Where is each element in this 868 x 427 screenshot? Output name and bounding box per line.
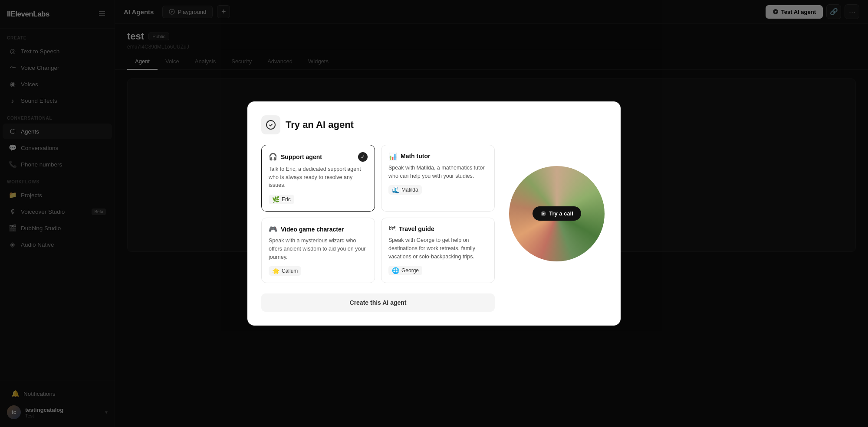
try-call-label: Try a call [549, 210, 573, 217]
card-math-tutor[interactable]: 📊 Math tutor Speak with Matilda, a mathe… [381, 145, 495, 212]
card-travel-emoji: 🌐 [392, 267, 399, 274]
modal-right-visual: Try a call [507, 115, 607, 312]
card-support-agent-name: 🌿 Eric [269, 195, 294, 204]
card-travel-desc: Speak with George to get help on destina… [388, 236, 487, 261]
card-support-emoji: 🌿 [272, 196, 279, 203]
card-support-title: Support agent [281, 153, 322, 160]
card-travel-title: Travel guide [399, 225, 434, 232]
agent-cards-grid: 🎧 Support agent ✓ Talk to Eric, a dedica… [261, 145, 495, 284]
card-video-game-desc: Speak with a mysterious wizard who offer… [269, 237, 368, 261]
card-math-icon: 📊 [388, 152, 397, 160]
card-math-desc: Speak with Matilda, a mathematics tutor … [388, 164, 487, 180]
card-video-game-agent-name: 🌟 Callum [269, 266, 301, 276]
card-video-game-title: Video game character [281, 226, 344, 233]
svg-point-7 [266, 121, 275, 129]
modal-title: Try an AI agent [286, 119, 354, 130]
create-ai-agent-button[interactable]: Create this AI agent [261, 293, 495, 312]
card-math-title: Math tutor [401, 153, 430, 160]
modal-icon [261, 115, 280, 134]
try-ai-agent-modal: Try an AI agent 🎧 Support agent ✓ Talk t… [247, 101, 621, 326]
card-travel-guide[interactable]: 🗺 Travel guide Speak with George to get … [381, 218, 495, 283]
modal-overlay[interactable]: Try an AI agent 🎧 Support agent ✓ Talk t… [0, 0, 868, 427]
card-support-desc: Talk to Eric, a dedicated support agent … [269, 165, 368, 189]
try-a-call-button[interactable]: Try a call [533, 206, 581, 221]
card-video-game-character[interactable]: 🎮 Video game character Speak with a myst… [261, 218, 375, 283]
modal-left: Try an AI agent 🎧 Support agent ✓ Talk t… [261, 115, 495, 312]
modal-header: Try an AI agent [261, 115, 495, 134]
card-support-check: ✓ [358, 152, 368, 162]
card-math-agent-name: 🌊 Matilda [388, 185, 422, 195]
card-math-emoji: 🌊 [392, 186, 399, 193]
card-travel-agent-name: 🌐 George [388, 266, 422, 275]
card-support-agent[interactable]: 🎧 Support agent ✓ Talk to Eric, a dedica… [261, 145, 375, 212]
try-call-visual: Try a call [509, 166, 605, 261]
card-video-game-icon: 🎮 [269, 225, 277, 233]
card-travel-icon: 🗺 [388, 225, 395, 233]
card-support-icon: 🎧 [269, 153, 277, 161]
card-video-game-emoji: 🌟 [272, 267, 279, 274]
